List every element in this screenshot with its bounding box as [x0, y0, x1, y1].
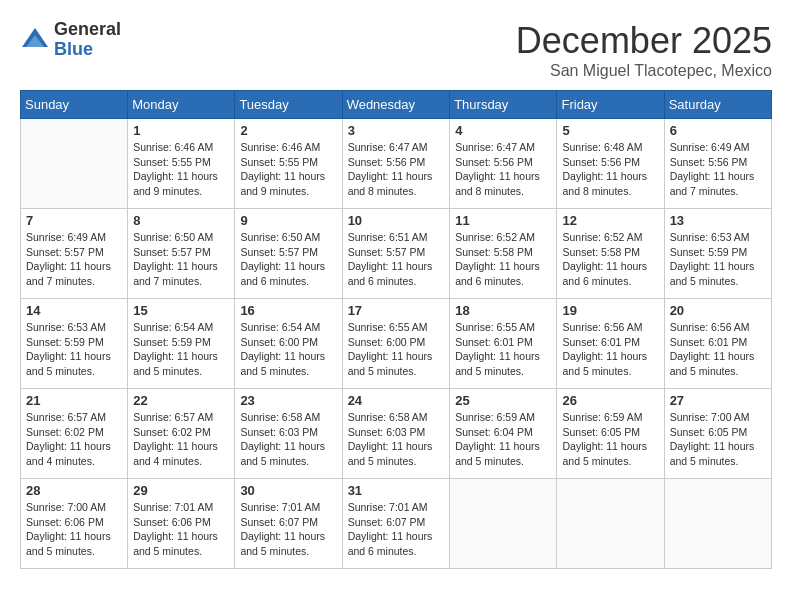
day-number: 17 — [348, 303, 445, 318]
calendar-day-cell: 29Sunrise: 7:01 AMSunset: 6:06 PMDayligh… — [128, 479, 235, 569]
day-number: 27 — [670, 393, 766, 408]
day-info: Sunrise: 6:50 AMSunset: 5:57 PMDaylight:… — [133, 230, 229, 289]
calendar-table: SundayMondayTuesdayWednesdayThursdayFrid… — [20, 90, 772, 569]
day-info: Sunrise: 6:58 AMSunset: 6:03 PMDaylight:… — [348, 410, 445, 469]
calendar-day-cell: 25Sunrise: 6:59 AMSunset: 6:04 PMDayligh… — [450, 389, 557, 479]
day-info: Sunrise: 6:55 AMSunset: 6:00 PMDaylight:… — [348, 320, 445, 379]
calendar-day-cell: 12Sunrise: 6:52 AMSunset: 5:58 PMDayligh… — [557, 209, 664, 299]
day-number: 13 — [670, 213, 766, 228]
calendar-day-cell: 18Sunrise: 6:55 AMSunset: 6:01 PMDayligh… — [450, 299, 557, 389]
day-info: Sunrise: 6:56 AMSunset: 6:01 PMDaylight:… — [562, 320, 658, 379]
day-info: Sunrise: 6:47 AMSunset: 5:56 PMDaylight:… — [455, 140, 551, 199]
day-number: 2 — [240, 123, 336, 138]
calendar-day-cell: 22Sunrise: 6:57 AMSunset: 6:02 PMDayligh… — [128, 389, 235, 479]
calendar-day-cell: 27Sunrise: 7:00 AMSunset: 6:05 PMDayligh… — [664, 389, 771, 479]
calendar-day-cell: 30Sunrise: 7:01 AMSunset: 6:07 PMDayligh… — [235, 479, 342, 569]
calendar-week-row: 1Sunrise: 6:46 AMSunset: 5:55 PMDaylight… — [21, 119, 772, 209]
day-info: Sunrise: 6:54 AMSunset: 6:00 PMDaylight:… — [240, 320, 336, 379]
calendar-day-cell: 1Sunrise: 6:46 AMSunset: 5:55 PMDaylight… — [128, 119, 235, 209]
calendar-header-row: SundayMondayTuesdayWednesdayThursdayFrid… — [21, 91, 772, 119]
day-info: Sunrise: 7:00 AMSunset: 6:06 PMDaylight:… — [26, 500, 122, 559]
calendar-day-cell — [557, 479, 664, 569]
calendar-body: 1Sunrise: 6:46 AMSunset: 5:55 PMDaylight… — [21, 119, 772, 569]
day-number: 28 — [26, 483, 122, 498]
calendar-day-cell: 8Sunrise: 6:50 AMSunset: 5:57 PMDaylight… — [128, 209, 235, 299]
day-info: Sunrise: 6:48 AMSunset: 5:56 PMDaylight:… — [562, 140, 658, 199]
calendar-day-cell: 23Sunrise: 6:58 AMSunset: 6:03 PMDayligh… — [235, 389, 342, 479]
calendar-day-header: Sunday — [21, 91, 128, 119]
day-info: Sunrise: 6:57 AMSunset: 6:02 PMDaylight:… — [26, 410, 122, 469]
day-number: 8 — [133, 213, 229, 228]
day-number: 11 — [455, 213, 551, 228]
day-info: Sunrise: 6:53 AMSunset: 5:59 PMDaylight:… — [26, 320, 122, 379]
day-info: Sunrise: 7:00 AMSunset: 6:05 PMDaylight:… — [670, 410, 766, 469]
calendar-day-cell: 9Sunrise: 6:50 AMSunset: 5:57 PMDaylight… — [235, 209, 342, 299]
calendar-day-cell: 2Sunrise: 6:46 AMSunset: 5:55 PMDaylight… — [235, 119, 342, 209]
logo-icon — [20, 25, 50, 55]
calendar-week-row: 28Sunrise: 7:00 AMSunset: 6:06 PMDayligh… — [21, 479, 772, 569]
calendar-day-cell — [664, 479, 771, 569]
calendar-day-header: Wednesday — [342, 91, 450, 119]
logo-general: General — [54, 20, 121, 40]
day-number: 14 — [26, 303, 122, 318]
logo-text: General Blue — [54, 20, 121, 60]
day-info: Sunrise: 6:53 AMSunset: 5:59 PMDaylight:… — [670, 230, 766, 289]
calendar-day-header: Tuesday — [235, 91, 342, 119]
day-info: Sunrise: 6:52 AMSunset: 5:58 PMDaylight:… — [562, 230, 658, 289]
day-info: Sunrise: 6:54 AMSunset: 5:59 PMDaylight:… — [133, 320, 229, 379]
calendar-day-cell: 14Sunrise: 6:53 AMSunset: 5:59 PMDayligh… — [21, 299, 128, 389]
day-info: Sunrise: 6:56 AMSunset: 6:01 PMDaylight:… — [670, 320, 766, 379]
calendar-day-cell: 15Sunrise: 6:54 AMSunset: 5:59 PMDayligh… — [128, 299, 235, 389]
day-info: Sunrise: 6:46 AMSunset: 5:55 PMDaylight:… — [133, 140, 229, 199]
day-number: 7 — [26, 213, 122, 228]
month-title: December 2025 — [516, 20, 772, 62]
day-number: 25 — [455, 393, 551, 408]
day-info: Sunrise: 6:49 AMSunset: 5:56 PMDaylight:… — [670, 140, 766, 199]
calendar-day-cell: 26Sunrise: 6:59 AMSunset: 6:05 PMDayligh… — [557, 389, 664, 479]
calendar-day-cell: 5Sunrise: 6:48 AMSunset: 5:56 PMDaylight… — [557, 119, 664, 209]
day-info: Sunrise: 7:01 AMSunset: 6:06 PMDaylight:… — [133, 500, 229, 559]
day-number: 29 — [133, 483, 229, 498]
day-number: 23 — [240, 393, 336, 408]
day-number: 31 — [348, 483, 445, 498]
day-number: 3 — [348, 123, 445, 138]
calendar-day-header: Thursday — [450, 91, 557, 119]
day-number: 12 — [562, 213, 658, 228]
calendar-day-cell — [21, 119, 128, 209]
day-number: 9 — [240, 213, 336, 228]
calendar-day-cell: 4Sunrise: 6:47 AMSunset: 5:56 PMDaylight… — [450, 119, 557, 209]
page-header: General Blue December 2025 San Miguel Tl… — [20, 20, 772, 80]
day-number: 6 — [670, 123, 766, 138]
title-block: December 2025 San Miguel Tlacotepec, Mex… — [516, 20, 772, 80]
calendar-week-row: 21Sunrise: 6:57 AMSunset: 6:02 PMDayligh… — [21, 389, 772, 479]
day-info: Sunrise: 6:55 AMSunset: 6:01 PMDaylight:… — [455, 320, 551, 379]
calendar-day-cell — [450, 479, 557, 569]
day-info: Sunrise: 6:57 AMSunset: 6:02 PMDaylight:… — [133, 410, 229, 469]
day-number: 30 — [240, 483, 336, 498]
day-info: Sunrise: 6:51 AMSunset: 5:57 PMDaylight:… — [348, 230, 445, 289]
calendar-week-row: 14Sunrise: 6:53 AMSunset: 5:59 PMDayligh… — [21, 299, 772, 389]
calendar-day-cell: 7Sunrise: 6:49 AMSunset: 5:57 PMDaylight… — [21, 209, 128, 299]
calendar-day-cell: 31Sunrise: 7:01 AMSunset: 6:07 PMDayligh… — [342, 479, 450, 569]
day-info: Sunrise: 6:46 AMSunset: 5:55 PMDaylight:… — [240, 140, 336, 199]
calendar-day-cell: 3Sunrise: 6:47 AMSunset: 5:56 PMDaylight… — [342, 119, 450, 209]
day-info: Sunrise: 6:50 AMSunset: 5:57 PMDaylight:… — [240, 230, 336, 289]
calendar-day-cell: 20Sunrise: 6:56 AMSunset: 6:01 PMDayligh… — [664, 299, 771, 389]
calendar-day-cell: 17Sunrise: 6:55 AMSunset: 6:00 PMDayligh… — [342, 299, 450, 389]
calendar-day-header: Saturday — [664, 91, 771, 119]
calendar-day-cell: 19Sunrise: 6:56 AMSunset: 6:01 PMDayligh… — [557, 299, 664, 389]
day-number: 10 — [348, 213, 445, 228]
calendar-day-cell: 21Sunrise: 6:57 AMSunset: 6:02 PMDayligh… — [21, 389, 128, 479]
calendar-day-cell: 16Sunrise: 6:54 AMSunset: 6:00 PMDayligh… — [235, 299, 342, 389]
calendar-day-header: Friday — [557, 91, 664, 119]
day-info: Sunrise: 7:01 AMSunset: 6:07 PMDaylight:… — [240, 500, 336, 559]
day-number: 22 — [133, 393, 229, 408]
logo-blue: Blue — [54, 40, 121, 60]
day-number: 21 — [26, 393, 122, 408]
day-info: Sunrise: 6:49 AMSunset: 5:57 PMDaylight:… — [26, 230, 122, 289]
day-info: Sunrise: 6:47 AMSunset: 5:56 PMDaylight:… — [348, 140, 445, 199]
day-number: 5 — [562, 123, 658, 138]
day-number: 19 — [562, 303, 658, 318]
day-info: Sunrise: 7:01 AMSunset: 6:07 PMDaylight:… — [348, 500, 445, 559]
day-number: 24 — [348, 393, 445, 408]
